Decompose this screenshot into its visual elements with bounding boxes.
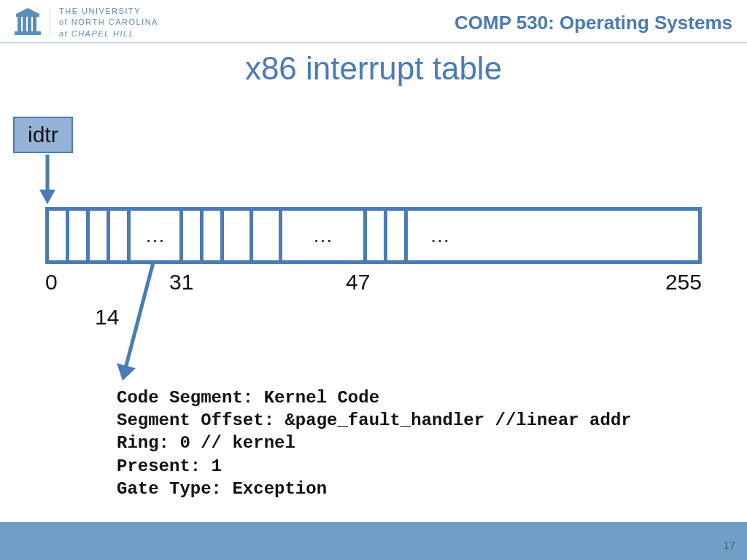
arrow-entry14-to-detail-icon: [117, 262, 175, 386]
unc-logo-icon: [15, 8, 41, 37]
idt-entry-detail: Code Segment: Kernel Code Segment Offset…: [117, 386, 632, 500]
axis-label-47: 47: [346, 270, 370, 295]
svg-marker-8: [39, 190, 55, 204]
idt-ellipsis: …: [408, 211, 627, 260]
code-line: Ring: 0 // kernel: [117, 433, 295, 453]
university-logo-area: THE UNIVERSITY of NORTH CAROLINA at CHAP…: [15, 6, 158, 39]
university-name: THE UNIVERSITY of NORTH CAROLINA at CHAP…: [59, 6, 158, 39]
uni-line1: THE UNIVERSITY: [59, 6, 158, 17]
slide-header: THE UNIVERSITY of NORTH CAROLINA at CHAP…: [0, 0, 747, 43]
svg-rect-3: [28, 17, 31, 31]
idt-entry: [367, 211, 387, 260]
code-line: Code Segment: Kernel Code: [117, 388, 379, 408]
idt-entry: [110, 211, 131, 260]
idt-entry: [204, 211, 224, 260]
idt-ellipsis: …: [282, 211, 367, 260]
svg-rect-1: [18, 17, 21, 31]
slide-title: x86 interrupt table: [0, 50, 747, 87]
code-line: Segment Offset: &page_fault_handler //li…: [117, 411, 632, 430]
footer-bar: 17: [0, 522, 747, 560]
uni-line3: at CHAPEL HILL: [59, 28, 158, 39]
code-line: Gate Type: Exception: [117, 479, 327, 499]
svg-line-9: [125, 262, 153, 368]
svg-rect-5: [15, 31, 41, 35]
code-line: Present: 1: [117, 456, 222, 476]
idt-entry: [183, 211, 204, 260]
entry-14-label: 14: [95, 305, 119, 330]
idt-entry: [387, 211, 408, 260]
svg-rect-2: [23, 17, 26, 31]
idt-entry: [253, 211, 282, 260]
svg-rect-4: [33, 17, 36, 31]
idt-entry: [69, 211, 90, 260]
idtr-register-box: idtr: [13, 117, 73, 153]
logo-divider: [50, 8, 50, 37]
idt-ellipsis: …: [131, 211, 183, 260]
interrupt-table: … … …: [45, 207, 702, 264]
idt-entry: [49, 211, 69, 260]
svg-marker-6: [16, 8, 39, 14]
course-title: COMP 530: Operating Systems: [454, 12, 732, 34]
uni-line2: of NORTH CAROLINA: [59, 17, 158, 28]
axis-label-0: 0: [45, 270, 58, 295]
arrow-idtr-to-table-icon: [36, 155, 58, 206]
axis-label-255: 255: [665, 270, 702, 295]
idt-entry: [90, 211, 110, 260]
svg-rect-0: [16, 14, 39, 17]
idt-entry: [224, 211, 253, 260]
page-number: 17: [723, 539, 735, 551]
svg-marker-10: [117, 363, 136, 381]
